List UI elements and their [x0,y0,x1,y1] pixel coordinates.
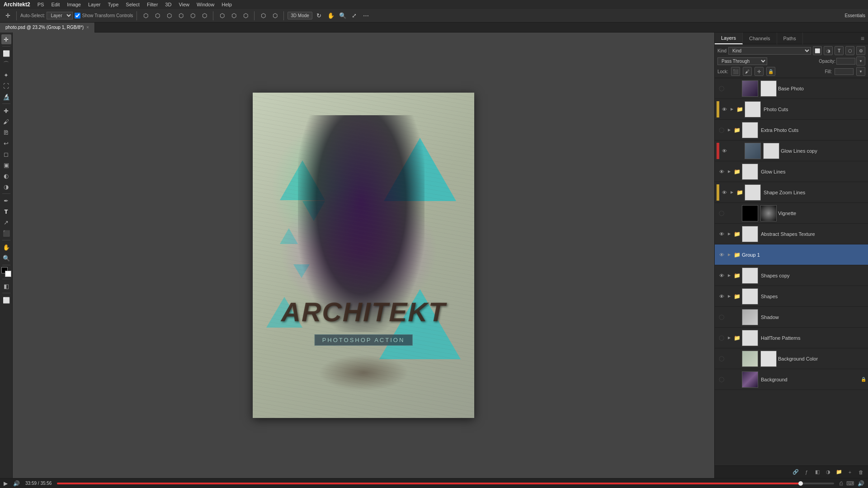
layer-item-halftone-patterns[interactable]: ◯▶📁HalfTone Patterns [715,328,868,348]
brush-tool[interactable]: 🖌 [1,117,11,127]
menu-window[interactable]: Window [197,2,214,7]
layer-expand-glow-lines[interactable]: ▶ [726,169,732,174]
eraser-tool[interactable]: ◻ [1,149,11,159]
file-tab-close[interactable]: × [86,25,89,30]
blur-tool[interactable]: ◐ [1,171,11,181]
new-group-btn[interactable]: 📁 [835,468,844,477]
distribute-v-btn[interactable]: ⬡ [229,11,239,21]
align-top-btn[interactable]: ⬡ [176,11,186,21]
layer-eye-glow-lines-copy[interactable]: 👁 [721,147,728,155]
volume-button[interactable]: 🔊 [13,480,20,487]
menu-3d[interactable]: 3D [165,2,171,7]
arrange2-btn[interactable]: ⬡ [270,11,280,21]
history-brush-tool[interactable]: ↩ [1,138,11,148]
layer-item-base-photo[interactable]: ◯Base Photo [715,78,868,99]
layer-expand-abstract-shapes-texture[interactable]: ▶ [726,231,732,237]
hand-tool[interactable]: ✋ [1,242,11,252]
menu-layer[interactable]: Layer [88,2,101,7]
eyedropper-tool[interactable]: 🔬 [1,92,11,102]
extras-btn[interactable]: ⋯ [361,11,371,21]
rectangular-marquee-tool[interactable]: ⬜ [1,48,11,58]
lasso-tool[interactable]: ⌒ [1,59,11,69]
zoom-tool[interactable]: 🔍 [1,253,11,263]
zoom-3d-btn[interactable]: 🔍 [338,11,348,21]
distribute-btn[interactable]: ⬡ [241,11,250,21]
layer-item-shapes[interactable]: 👁▶📁Shapes [715,286,868,307]
layer-item-photo-cuts[interactable]: 👁▶📁Photo Cuts [715,99,868,120]
opacity-arrow-btn[interactable]: ▼ [856,56,865,66]
pen-tool[interactable]: ✒ [1,196,11,206]
layer-eye-glow-lines[interactable]: 👁 [718,168,725,175]
layer-item-abstract-shapes-texture[interactable]: 👁▶📁Abstract Shapes Texture [715,224,868,244]
filter-pixel-btn[interactable]: ⬜ [813,46,822,55]
menu-image[interactable]: Image [67,2,81,7]
auto-select-dropdown[interactable]: Layer Group [47,12,73,19]
layer-expand-halftone-patterns[interactable]: ▶ [726,335,732,341]
link-layers-btn[interactable]: 🔗 [791,468,800,477]
move-tool[interactable]: ✛ [1,34,11,44]
layer-eye-shape-zoom-lines[interactable]: 👁 [721,189,728,196]
layer-item-shape-zoom-lines[interactable]: 👁▶📁Shape Zoom Lines [715,182,868,203]
layer-item-extra-photo-cuts[interactable]: ◯▶📁Extra Photo Cuts [715,120,868,141]
layer-eye-background-color[interactable]: ◯ [718,355,725,362]
gradient-tool[interactable]: ▣ [1,160,11,170]
layers-list[interactable]: ◯Base Photo👁▶📁Photo Cuts◯▶📁Extra Photo C… [715,78,868,465]
menu-ps[interactable]: PS [38,2,44,7]
layer-item-vignette[interactable]: ◯Vignette [715,203,868,224]
pan-btn[interactable]: ✋ [326,11,336,21]
layer-expand-shape-zoom-lines[interactable]: ▶ [729,190,735,195]
stamp-tool[interactable]: 🖹 [1,127,11,137]
align-left-btn[interactable]: ⬡ [141,11,151,21]
layer-eye-group-1[interactable]: 👁 [718,251,725,258]
play-button[interactable]: ▶ [4,480,8,487]
layer-eye-shadow[interactable]: ◯ [718,314,725,321]
layer-item-shapes-copy[interactable]: 👁▶📁Shapes copy [715,265,868,286]
distribute-h-btn[interactable]: ⬡ [217,11,227,21]
layer-eye-background[interactable]: ◯ [718,376,725,383]
layer-expand-photo-cuts[interactable]: ▶ [729,107,735,112]
layer-eye-photo-cuts[interactable]: 👁 [721,106,728,113]
filter-shape-btn[interactable]: ⬡ [845,46,854,55]
filter-type-btn[interactable]: T [835,46,844,55]
foreground-background-color[interactable] [1,267,11,277]
dodge-tool[interactable]: ◑ [1,182,11,192]
layer-item-group-1[interactable]: 👁▶📁Group 1 [715,244,868,265]
layer-item-glow-lines[interactable]: 👁▶📁Glow Lines [715,161,868,182]
add-style-btn[interactable]: ƒ [802,468,811,477]
lock-image-btn[interactable]: 🖌 [743,67,752,76]
blend-mode-select[interactable]: Pass Through Normal Multiply Screen [717,57,767,65]
shape-tool[interactable]: ⬛ [1,228,11,238]
layer-expand-shapes[interactable]: ▶ [726,294,732,299]
rotate-btn[interactable]: ↻ [314,11,324,21]
fill-input[interactable]: 100% [835,68,854,75]
layer-item-background-color[interactable]: ◯Background Color [715,348,868,369]
move-tool-btn[interactable]: ✛ [3,11,13,21]
layer-item-shadow[interactable]: ◯Shadow [715,307,868,328]
file-tab[interactable]: photo.psd @ 23.2% (Group 1, RGB/8*) × [0,23,95,33]
layer-expand-group-1[interactable]: ▶ [726,252,732,258]
layer-expand-extra-photo-cuts[interactable]: ▶ [726,127,732,133]
screen-mode-btn[interactable]: ⬜ [1,295,11,305]
transform-btn[interactable]: ⤢ [349,11,359,21]
align-bottom-btn[interactable]: ⬡ [199,11,209,21]
menu-select[interactable]: Select [126,2,140,7]
crop-tool[interactable]: ⛶ [1,81,11,91]
layer-eye-shapes[interactable]: 👁 [718,293,725,300]
opacity-input[interactable]: 66% [836,58,855,65]
canvas-area[interactable]: ARCHITEKT PHOTOSHOP ACTION [13,33,714,478]
align-right-btn[interactable]: ⬡ [164,11,174,21]
filter-adjustment-btn[interactable]: ◑ [824,46,833,55]
layer-item-glow-lines-copy[interactable]: 👁Glow Lines copy [715,141,868,161]
layer-eye-halftone-patterns[interactable]: ◯ [718,334,725,342]
kind-select[interactable]: Kind [728,47,811,55]
quick-mask-btn[interactable]: ◧ [1,281,11,291]
add-mask-btn[interactable]: ◧ [813,468,822,477]
layer-item-background[interactable]: ◯Background🔒 [715,369,868,390]
lock-all-btn[interactable]: 🔒 [766,67,775,76]
menu-help[interactable]: Help [222,2,232,7]
arrange-btn[interactable]: ⬡ [258,11,268,21]
type-tool[interactable]: T [1,206,11,216]
background-color[interactable] [5,271,11,277]
layer-expand-shapes-copy[interactable]: ▶ [726,273,732,278]
new-layer-btn[interactable]: + [845,468,854,477]
